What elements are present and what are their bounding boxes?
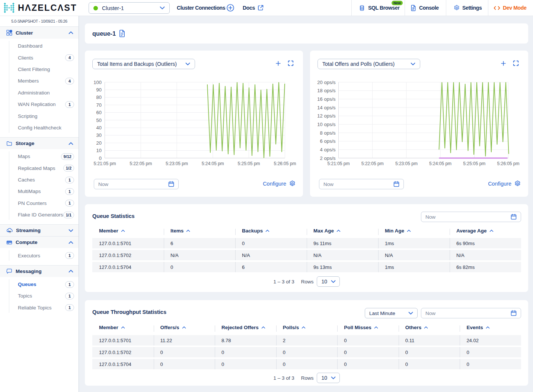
svg-text:10 ops/s: 10 ops/s bbox=[317, 122, 336, 127]
svg-text:14 ops/s: 14 ops/s bbox=[317, 105, 336, 110]
svg-text:0: 0 bbox=[99, 155, 102, 161]
svg-text:20: 20 bbox=[96, 140, 102, 146]
svg-text:5:23:05 pm: 5:23:05 pm bbox=[166, 161, 188, 166]
svg-text:30: 30 bbox=[96, 132, 102, 138]
svg-text:50: 50 bbox=[96, 118, 102, 123]
svg-text:5:26:05 pm: 5:26:05 pm bbox=[274, 161, 296, 166]
svg-text:4 ops/s: 4 ops/s bbox=[320, 147, 336, 152]
svg-text:90: 90 bbox=[96, 87, 102, 93]
svg-text:60: 60 bbox=[96, 110, 102, 115]
svg-text:5:26:05 pm: 5:26:05 pm bbox=[497, 161, 519, 166]
svg-text:6 ops/s: 6 ops/s bbox=[320, 138, 336, 144]
svg-text:5:23:05 pm: 5:23:05 pm bbox=[395, 161, 418, 166]
svg-text:5:24:05 pm: 5:24:05 pm bbox=[202, 161, 224, 166]
svg-text:40: 40 bbox=[96, 125, 102, 131]
svg-text:18 ops/s: 18 ops/s bbox=[317, 88, 336, 93]
svg-text:20 ops/s: 20 ops/s bbox=[317, 80, 336, 85]
svg-text:2 ops/s: 2 ops/s bbox=[320, 155, 336, 161]
svg-text:8 ops/s: 8 ops/s bbox=[320, 130, 336, 136]
svg-text:80: 80 bbox=[96, 94, 102, 100]
svg-text:5:25:05 pm: 5:25:05 pm bbox=[238, 161, 260, 166]
svg-text:16 ops/s: 16 ops/s bbox=[317, 96, 336, 102]
svg-text:5:22:05 pm: 5:22:05 pm bbox=[361, 161, 384, 166]
svg-text:70: 70 bbox=[96, 102, 102, 108]
svg-text:5:21:05 pm: 5:21:05 pm bbox=[327, 161, 350, 166]
svg-text:5:22:05 pm: 5:22:05 pm bbox=[130, 161, 152, 166]
svg-text:100: 100 bbox=[93, 80, 102, 85]
svg-text:5:24:05 pm: 5:24:05 pm bbox=[429, 161, 451, 166]
svg-text:10: 10 bbox=[96, 148, 102, 153]
svg-text:12 ops/s: 12 ops/s bbox=[317, 113, 336, 119]
svg-text:5:21:05 pm: 5:21:05 pm bbox=[93, 161, 116, 166]
svg-text:5:25:05 pm: 5:25:05 pm bbox=[463, 161, 485, 166]
